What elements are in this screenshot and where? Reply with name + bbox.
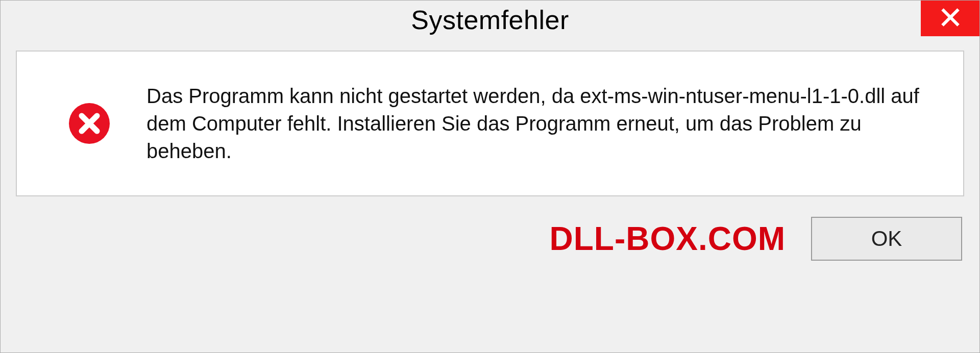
error-dialog: Systemfehler Das Programm kann nicht ges…	[0, 0, 980, 353]
dialog-content: Das Programm kann nicht gestartet werden…	[16, 51, 964, 196]
error-message: Das Programm kann nicht gestartet werden…	[146, 82, 933, 165]
dialog-footer: DLL-BOX.COM OK	[1, 207, 979, 276]
close-icon	[939, 6, 962, 31]
ok-button[interactable]: OK	[811, 217, 962, 261]
dialog-title: Systemfehler	[411, 5, 569, 35]
error-icon	[68, 102, 111, 145]
watermark-text: DLL-BOX.COM	[550, 220, 786, 258]
titlebar: Systemfehler	[1, 1, 979, 40]
close-button[interactable]	[921, 1, 979, 36]
